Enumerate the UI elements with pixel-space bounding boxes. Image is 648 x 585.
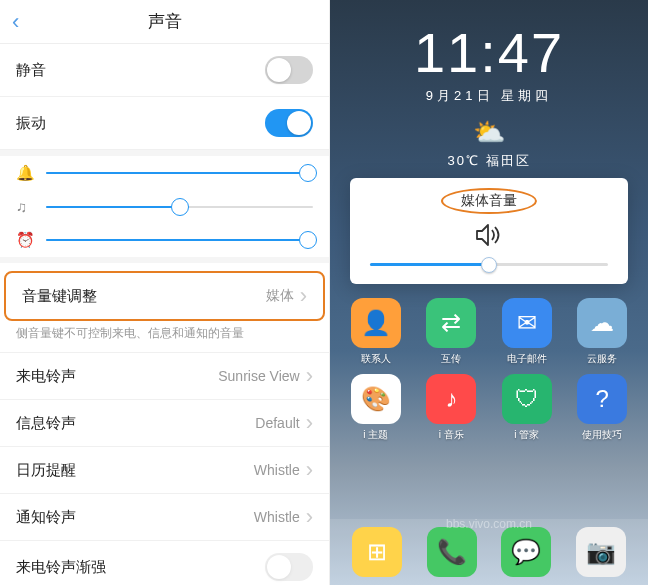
volume-popup: 媒体音量	[350, 178, 628, 284]
ringtone-label: 来电铃声	[16, 367, 76, 386]
ringtone-row[interactable]: 日历提醒Whistle›	[0, 447, 329, 494]
music-icon: ♫	[16, 198, 34, 215]
ringtone-row[interactable]: 来电铃声Sunrise View›	[0, 353, 329, 400]
app-label: 互传	[441, 352, 461, 366]
app-launcher[interactable]: ☁云服务	[567, 298, 639, 366]
app-label: 电子邮件	[507, 352, 547, 366]
app-launcher[interactable]: 🛡i 管家	[491, 374, 563, 442]
app-label: i 管家	[514, 428, 539, 442]
clock-time: 11:47	[330, 20, 648, 85]
app-label: 联系人	[361, 352, 391, 366]
app-launcher[interactable]: ♪i 音乐	[416, 374, 488, 442]
alarm-icon: ⏰	[16, 231, 34, 249]
vibrate-row: 振动	[0, 97, 329, 150]
chevron-right-icon: ›	[306, 506, 313, 528]
chevron-right-icon: ›	[300, 285, 307, 307]
app-label: 使用技巧	[582, 428, 622, 442]
app-label: i 主题	[363, 428, 388, 442]
watermark: bbs.vivo.com.cn	[446, 517, 532, 531]
volume-key-value: 媒体	[266, 287, 294, 305]
chevron-right-icon: ›	[306, 459, 313, 481]
dock-app[interactable]: 📞	[427, 527, 477, 577]
volume-key-highlight: 音量键调整 媒体›	[4, 271, 325, 321]
ringtone-value: Default	[255, 415, 299, 431]
ringtone-label: 日历提醒	[16, 461, 76, 480]
app-label: 云服务	[587, 352, 617, 366]
home-screen: 11:47 9月21日 星期四 ⛅ 30℃ 福田区 媒体音量 👤联系人⇄互传✉电…	[330, 0, 648, 585]
mute-row: 静音	[0, 44, 329, 97]
chevron-right-icon: ›	[306, 365, 313, 387]
ringtone-label: 信息铃声	[16, 414, 76, 433]
app-icon: 🛡	[502, 374, 552, 424]
volume-popup-slider[interactable]	[370, 263, 608, 266]
back-icon[interactable]: ‹	[12, 9, 19, 35]
ring-volume-row: 🔔	[0, 156, 329, 190]
app-icon: ?	[577, 374, 627, 424]
page-title: 声音	[148, 10, 182, 33]
ringtone-row[interactable]: 信息铃声Default›	[0, 400, 329, 447]
bell-icon: 🔔	[16, 164, 34, 182]
volume-key-row[interactable]: 音量键调整 媒体›	[6, 273, 323, 319]
mute-toggle[interactable]	[265, 56, 313, 84]
volume-key-sub: 侧音量键不可控制来电、信息和通知的音量	[0, 325, 329, 353]
app-launcher[interactable]: ⇄互传	[416, 298, 488, 366]
app-launcher[interactable]: 🎨i 主题	[340, 374, 412, 442]
app-icon: ♪	[426, 374, 476, 424]
app-icon: ⇄	[426, 298, 476, 348]
weather-widget[interactable]: ⛅ 30℃ 福田区	[330, 117, 648, 170]
alarm-volume-slider[interactable]	[46, 239, 313, 241]
ringtone-label: 通知铃声	[16, 508, 76, 527]
weather-text: 30℃ 福田区	[330, 152, 648, 170]
header-bar: ‹ 声音	[0, 0, 329, 44]
ringtone-value: Whistle	[254, 462, 300, 478]
dock-app[interactable]: 💬	[501, 527, 551, 577]
app-launcher[interactable]: ✉电子邮件	[491, 298, 563, 366]
ringtone-row[interactable]: 通知铃声Whistle›	[0, 494, 329, 541]
volume-popup-title: 媒体音量	[441, 188, 537, 214]
ringtone-value: Whistle	[254, 509, 300, 525]
gradual-ring-label: 来电铃声渐强	[16, 558, 106, 577]
media-volume-slider[interactable]	[46, 206, 313, 208]
cloud-icon: ⛅	[473, 117, 505, 148]
gradual-ring-row: 来电铃声渐强	[0, 541, 329, 585]
app-icon: ☁	[577, 298, 627, 348]
media-volume-row: ♫	[0, 190, 329, 223]
vibrate-label: 振动	[16, 114, 46, 133]
mute-label: 静音	[16, 61, 46, 80]
vibrate-toggle[interactable]	[265, 109, 313, 137]
gradual-ring-toggle[interactable]	[265, 553, 313, 581]
ringtone-value: Sunrise View	[218, 368, 299, 384]
chevron-right-icon: ›	[306, 412, 313, 434]
alarm-volume-row: ⏰	[0, 223, 329, 257]
app-launcher[interactable]: 👤联系人	[340, 298, 412, 366]
speaker-icon	[366, 222, 612, 255]
app-icon: 👤	[351, 298, 401, 348]
volume-key-label: 音量键调整	[22, 287, 97, 306]
app-icon: ✉	[502, 298, 552, 348]
settings-panel: ‹ 声音 静音 振动 🔔 ♫ ⏰ 音量键调整 媒体›	[0, 0, 330, 585]
app-grid: 👤联系人⇄互传✉电子邮件☁云服务🎨i 主题♪i 音乐🛡i 管家?使用技巧	[330, 284, 648, 442]
app-launcher[interactable]: ?使用技巧	[567, 374, 639, 442]
app-label: i 音乐	[439, 428, 464, 442]
clock-date: 9月21日 星期四	[330, 87, 648, 105]
dock-app[interactable]: 📷	[576, 527, 626, 577]
dock-app[interactable]: ⊞	[352, 527, 402, 577]
wallpaper-mountains	[330, 429, 648, 519]
app-icon: 🎨	[351, 374, 401, 424]
clock-widget[interactable]: 11:47 9月21日 星期四	[330, 0, 648, 105]
ring-volume-slider[interactable]	[46, 172, 313, 174]
